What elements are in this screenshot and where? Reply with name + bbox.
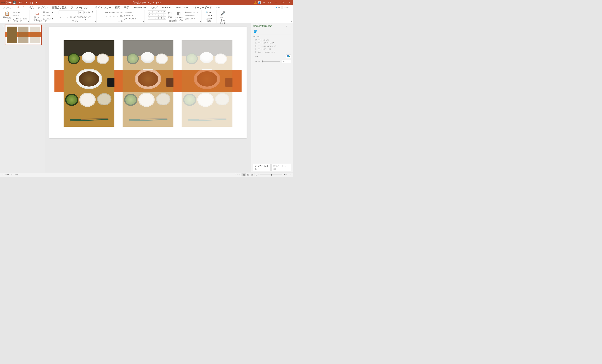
clipboard-dialog-launcher[interactable]: ◢ <box>28 20 29 22</box>
apply-to-all-button[interactable]: すべてに適用(L) <box>253 164 270 171</box>
slide-sorter-view-button[interactable]: ⊞ <box>246 173 250 176</box>
align-center-button[interactable]: ≡ <box>109 15 112 18</box>
tab-help[interactable]: ヘルプ <box>148 5 159 10</box>
spellcheck-icon[interactable]: ⬚ <box>10 174 14 175</box>
font-family-combo[interactable] <box>59 11 78 14</box>
panel-options-button[interactable]: ▾ <box>286 25 288 28</box>
fill-pattern-radio[interactable]: 塗りつぶし (パターン)(A) <box>253 47 291 51</box>
save-icon[interactable]: 💾 <box>12 1 17 4</box>
align-left-button[interactable]: ≡ <box>105 15 108 18</box>
decrease-indent-button[interactable]: ⇤ <box>112 11 115 14</box>
minimize-button[interactable]: — <box>273 0 279 5</box>
slide[interactable] <box>49 27 247 138</box>
copy-button[interactable]: ⧉コピー <box>13 14 27 17</box>
maximize-button[interactable]: ❐ <box>280 0 285 5</box>
comments-button[interactable]: 💬コメント <box>282 6 292 9</box>
food-image-3[interactable] <box>182 40 232 127</box>
cut-button[interactable]: ✂切り取り <box>13 11 27 14</box>
tab-review[interactable]: 校閲 <box>113 5 122 10</box>
layout-button[interactable]: ▦レイアウト ▾ <box>43 11 53 14</box>
tab-storyboard[interactable]: ストーリーボード <box>190 5 214 10</box>
user-avatar[interactable]: 👤 <box>258 1 261 4</box>
find-button[interactable]: 🔍検索 <box>205 11 212 14</box>
redo-icon[interactable]: ↷ <box>24 1 28 4</box>
tab-leapmotion[interactable]: Leapmotion <box>131 5 148 10</box>
display-mode-icon[interactable]: ⬚ <box>268 1 272 4</box>
normal-view-button[interactable]: ▦ <box>242 173 246 176</box>
columns-button[interactable]: ▥▾ <box>120 15 123 18</box>
slide-thumbnail-panel[interactable]: 1 <box>0 23 45 172</box>
undo-icon[interactable]: ↶ <box>18 1 22 4</box>
shapes-gallery[interactable]: ▭▢◯╲╲╲ ▢△⬡↗⇔↘ ◠◡～{}☆ <box>148 11 166 20</box>
arrange-icon: ⬚ <box>168 11 172 16</box>
reading-view-button[interactable]: ▤ <box>250 173 254 176</box>
zoom-slider[interactable] <box>259 175 282 175</box>
tab-file[interactable]: ファイル <box>1 5 15 10</box>
decrease-font-icon[interactable]: A▾ <box>87 11 91 14</box>
paste-button[interactable]: 📋 貼り付け <box>2 11 12 20</box>
increase-font-icon[interactable]: A▴ <box>84 11 87 14</box>
panel-close-button[interactable]: ✕ <box>288 25 291 28</box>
fill-tab-icon[interactable]: 🪣 <box>253 30 257 33</box>
slide-canvas-area[interactable] <box>45 23 251 172</box>
tab-design[interactable]: デザイン <box>35 5 50 10</box>
align-right-button[interactable]: ≡ <box>112 15 115 18</box>
tab-transitions[interactable]: 画面切り替え <box>50 5 69 10</box>
share-button[interactable]: 👥共有 <box>274 6 281 9</box>
tab-charscode[interactable]: Chars Code <box>172 5 190 10</box>
font-dialog-launcher[interactable]: ◢ <box>95 20 96 22</box>
language-indicator[interactable]: 日本語 <box>13 174 19 175</box>
slideshow-start-icon[interactable]: ▢ <box>29 1 34 4</box>
qat-customize-icon[interactable]: ▾ <box>35 1 38 4</box>
new-slide-icon: ▭ <box>35 11 39 16</box>
food-image-2[interactable] <box>123 40 173 127</box>
document-title: プレゼンテーション1.pptx <box>38 1 254 4</box>
reset-icon: ↺ <box>43 14 45 17</box>
tab-barcode[interactable]: Barcode <box>159 5 172 10</box>
tab-insert[interactable]: 挿入 <box>27 5 35 10</box>
numbering-button[interactable]: 1≡▾ <box>109 11 112 14</box>
replace-button[interactable]: ⇄置換 ▾ <box>205 14 212 17</box>
transparency-label: 透明度(T) <box>255 61 260 62</box>
clear-formatting-icon[interactable]: A̷ <box>91 11 94 14</box>
tell-me-search[interactable]: 🔍 検索 <box>216 7 220 8</box>
tab-slideshow[interactable]: スライド ショー <box>91 5 113 10</box>
reset-button[interactable]: ↺リセット <box>43 14 53 17</box>
warning-icon[interactable]: ⚠ <box>254 1 257 4</box>
hide-bg-checkbox[interactable]: 背景グラフィックを表示しない(H) <box>253 51 291 54</box>
slide-counter[interactable]: スライド 1/1 <box>1 174 10 175</box>
find-icon: 🔍 <box>205 11 208 14</box>
drawing-dialog-launcher[interactable]: ◢ <box>199 20 201 22</box>
paste-icon: 📋 <box>5 11 10 16</box>
fill-gradient-radio[interactable]: 塗りつぶし (グラデーション)(G) <box>253 41 291 44</box>
transparency-slider[interactable] <box>262 61 280 62</box>
shape-fill-button[interactable]: ◆図形の塗りつぶし ▾ <box>185 11 198 14</box>
text-direction-button[interactable]: ↕文字列の方向 ▾ <box>124 11 136 14</box>
notes-button[interactable]: ≣ ノート <box>234 174 242 175</box>
fit-to-window-button[interactable]: ⊡ <box>288 174 292 175</box>
justify-button[interactable]: ≡ <box>116 15 119 18</box>
tab-home[interactable]: ホーム <box>15 5 27 10</box>
paragraph-dialog-launcher[interactable]: ◢ <box>143 20 144 22</box>
bullets-button[interactable]: ≣▾ <box>105 11 108 14</box>
coming-soon-icon[interactable]: ✧ <box>262 1 266 4</box>
font-size-combo[interactable] <box>78 11 83 14</box>
shape-outline-button[interactable]: ▱図形の枠線 ▾ <box>185 14 198 17</box>
arrange-button[interactable]: ⬚ 配置 <box>167 11 173 19</box>
line-spacing-button[interactable]: ≡▾ <box>120 11 123 14</box>
food-image-1[interactable] <box>64 40 114 127</box>
transparency-value[interactable]: 0% <box>282 60 291 63</box>
increase-indent-button[interactable]: ⇥ <box>116 11 119 14</box>
tab-animations[interactable]: アニメーション <box>69 5 91 10</box>
reset-background-button[interactable]: 背景のリセット(B) <box>271 164 291 171</box>
slide-thumbnail-1[interactable] <box>5 25 42 45</box>
align-text-button[interactable]: ⊟文字の配置 ▾ <box>124 14 136 17</box>
close-button[interactable]: ✕ <box>286 0 292 5</box>
fill-section-header[interactable]: ▾塗りつぶし <box>253 36 291 37</box>
fill-solid-radio[interactable]: 塗りつぶし (単色)(S) <box>253 38 291 41</box>
color-picker-button[interactable]: 🪣▾ <box>286 54 291 58</box>
tab-view[interactable]: 表示 <box>122 5 131 10</box>
fill-picture-radio[interactable]: 塗りつぶし (図またはテクスチャ)(P) <box>253 44 291 48</box>
dictate-button[interactable]: 🎤 ディクテー ション <box>218 11 228 25</box>
collapse-ribbon-button[interactable]: ⋀ <box>290 20 293 23</box>
